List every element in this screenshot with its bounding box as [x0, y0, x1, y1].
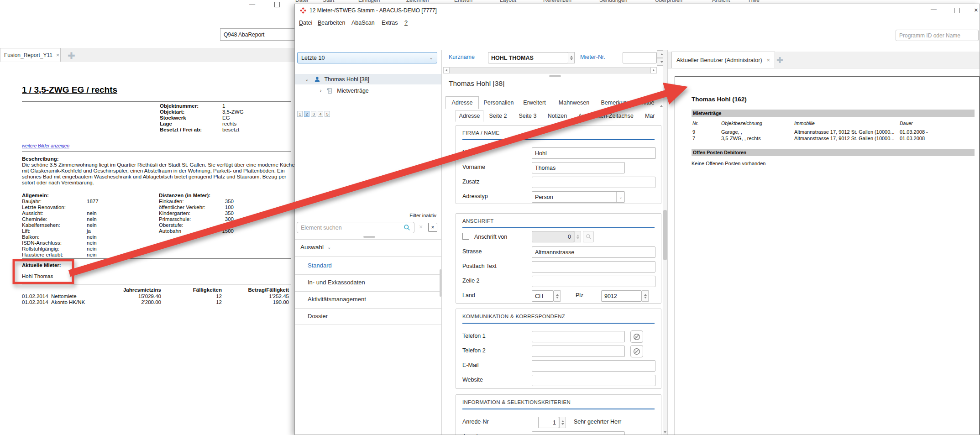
adresstyp-dropdown-icon[interactable]: ⌄: [616, 192, 625, 202]
ribbon-tab[interactable]: Hilfe: [749, 0, 760, 3]
adresstyp-select[interactable]: Person: [532, 191, 625, 203]
menu-help[interactable]: ?: [404, 20, 408, 26]
ribbon-tab[interactable]: Datei: [295, 0, 308, 3]
anschrift-search-button[interactable]: [583, 231, 594, 242]
telefon1-input[interactable]: [532, 331, 625, 342]
close-icon[interactable]: ×: [974, 6, 978, 14]
telefon2-input[interactable]: [532, 346, 625, 357]
report-tab[interactable]: Fusion_Report_Y11 ×: [0, 48, 61, 62]
subtab-adresse[interactable]: Adresse: [456, 110, 483, 122]
nav-item-aktivitaeten[interactable]: Aktivitätsmanagement: [295, 293, 442, 304]
hscroll-track[interactable]: [450, 67, 650, 73]
tab-bemerkung[interactable]: Bemerkung: [599, 96, 632, 109]
nav-scrollbar-thumb[interactable]: [440, 269, 441, 297]
chevron-collapsed-icon[interactable]: ›: [320, 88, 321, 93]
user-panel-tab[interactable]: Aktueller Benutzer (Administrator) ×: [671, 52, 775, 68]
more-images-link[interactable]: weitere Bilder anzeigen: [22, 143, 69, 148]
collapse-handle[interactable]: [549, 75, 561, 77]
maximize-icon[interactable]: [274, 2, 280, 7]
close-icon[interactable]: ×: [56, 52, 60, 58]
anschrift-von-input[interactable]: 0: [532, 231, 574, 242]
ribbon-tab[interactable]: Start: [323, 0, 334, 3]
subtab-anschriften-zeitachse[interactable]: Anschriften-Zeitachse: [578, 110, 634, 122]
info-label: Besetzt / Frei ab:: [160, 127, 202, 132]
tab-erweitert[interactable]: Erweitert: [520, 96, 549, 109]
kurzname-input[interactable]: HOHL THOMAS: [488, 52, 568, 63]
chevron-expanded-icon[interactable]: ⌄: [305, 77, 309, 82]
vscroll-down-button[interactable]: [663, 429, 667, 435]
page-button-1[interactable]: 1: [297, 111, 303, 117]
chevron-down-icon[interactable]: ⌄: [430, 55, 433, 60]
tree-item-user[interactable]: ⌄ Thomas Hohl [38]: [295, 74, 441, 84]
ribbon-tab[interactable]: Entwurf: [454, 0, 473, 3]
anschrift-von-spinner[interactable]: [574, 231, 581, 242]
close-icon[interactable]: ×: [767, 57, 770, 63]
anredename-input[interactable]: Hohl: [532, 431, 625, 435]
tab-adresse[interactable]: Adresse: [445, 96, 479, 109]
subtab-seite3[interactable]: Seite 3: [519, 110, 537, 122]
mieternr-input[interactable]: [623, 52, 657, 63]
add-tab-icon[interactable]: ✚: [776, 55, 783, 65]
add-tab-icon[interactable]: ✚: [68, 50, 75, 61]
search-icon[interactable]: [404, 224, 410, 231]
plz-input[interactable]: 9012: [601, 290, 642, 302]
tab-personalien[interactable]: Personalien: [482, 96, 515, 109]
anredenr-input[interactable]: 1: [538, 417, 559, 428]
telefon2-blocked-button[interactable]: [630, 345, 643, 357]
letzte10-combobox[interactable]: Letzte 10 ⌄: [297, 52, 437, 63]
land-spinner[interactable]: [554, 290, 561, 302]
ribbon-tab[interactable]: Referenzen: [543, 0, 571, 3]
subtab-seite2[interactable]: Seite 2: [488, 110, 508, 122]
offene-posten-band: Offen Posten Debitoren: [692, 149, 975, 156]
nav-item-dossier[interactable]: Dossier: [295, 310, 442, 321]
menu-abascan[interactable]: AbaScan: [351, 20, 375, 26]
zeile2-input[interactable]: [532, 276, 655, 287]
plz-spinner[interactable]: [642, 290, 649, 302]
anredenr-spinner[interactable]: [559, 417, 566, 428]
page-button-2[interactable]: 2: [304, 111, 309, 117]
title-bar[interactable]: 12 Mieter-/STWEG Stamm - ABACUS-DEMO [77…: [295, 4, 980, 17]
menu-bearbeiten[interactable]: Bearbeiten: [318, 20, 345, 26]
minimize-icon[interactable]: —: [931, 6, 937, 13]
ribbon-tab[interactable]: Überprüfen: [655, 0, 682, 3]
page-button-4[interactable]: 4: [318, 111, 323, 117]
strasse-input[interactable]: Altmannstrasse: [532, 246, 655, 258]
auswahl-header[interactable]: Auswahl ⌄: [300, 244, 331, 251]
close-filter-button[interactable]: ×: [428, 223, 437, 232]
anschrift-von-checkbox[interactable]: [462, 233, 469, 240]
ribbon-tab[interactable]: Zeichnen: [406, 0, 429, 3]
ribbon-tab[interactable]: Layout: [500, 0, 516, 3]
report-search-input[interactable]: Q948 AbaReport: [220, 28, 295, 41]
website-input[interactable]: [532, 375, 655, 386]
subtab-notizen[interactable]: Notizen: [547, 110, 567, 122]
zusatz-input[interactable]: [532, 177, 655, 188]
program-id-input[interactable]: Programm ID oder Name: [896, 30, 979, 41]
name-input[interactable]: Hohl: [532, 147, 656, 159]
menu-datei[interactable]: Datei: [299, 20, 312, 26]
subtab-mandate[interactable]: Mar: [645, 110, 658, 122]
ribbon-tab[interactable]: Ansicht: [712, 0, 730, 3]
menu-extras[interactable]: Extras: [382, 20, 398, 26]
ribbon-tab[interactable]: Sendungen: [599, 0, 627, 3]
hscroll-right-button[interactable]: [650, 67, 657, 73]
nav-item-inkasso[interactable]: In- und Exkassodaten: [295, 277, 442, 288]
tab-mahnwesen[interactable]: Mahnwesen: [556, 96, 592, 109]
vscroll-thumb[interactable]: [663, 210, 667, 260]
vorname-input[interactable]: Thomas: [532, 162, 625, 173]
land-input[interactable]: CH: [532, 290, 554, 302]
maximize-icon[interactable]: [954, 8, 959, 13]
element-search-input[interactable]: Element suchen: [297, 222, 414, 233]
telefon1-blocked-button[interactable]: [630, 330, 643, 343]
kurzname-spinner[interactable]: [568, 52, 575, 63]
hscroll-left-button[interactable]: [443, 67, 450, 73]
tree-item-mietvertraege[interactable]: › Mietverträge: [295, 85, 441, 96]
minimize-icon[interactable]: —: [249, 1, 256, 7]
splitter-handle[interactable]: [363, 236, 375, 238]
nav-item-standard[interactable]: Standard: [295, 260, 442, 271]
page-button-5[interactable]: 5: [325, 111, 330, 117]
email-input[interactable]: [532, 360, 655, 372]
tab-mitbewohner[interactable]: Mitbe: [640, 96, 659, 109]
postfach-input[interactable]: [532, 261, 655, 273]
ribbon-tab[interactable]: Einfügen: [358, 0, 380, 3]
page-button-3[interactable]: 3: [311, 111, 316, 117]
